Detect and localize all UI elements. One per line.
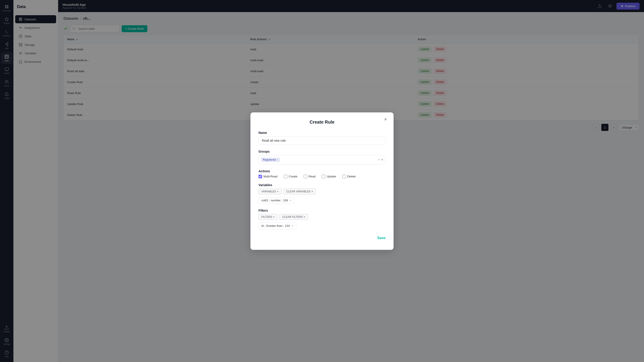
action-label-read: Read [308,175,316,178]
actions-field-group: Actions Multi-Read Create Read Update De… [258,169,386,178]
checkbox-read[interactable] [304,175,307,178]
actions-row: Multi-Read Create Read Update Delete [258,175,386,178]
clear-variables-label: CLEAR VARIABLES [286,190,310,193]
variables-buttons: VARIABLES + CLEAR VARIABLES × [258,189,386,194]
name-label: Name [258,131,386,134]
action-delete[interactable]: Delete [342,175,356,178]
save-label: Save [377,236,386,240]
add-filters-label: FILTERS [262,215,272,219]
checkbox-multi_read[interactable] [258,175,262,178]
action-label-multi_read: Multi-Read [264,175,278,178]
groups-expand-icon[interactable]: ▾ [381,158,383,162]
action-update[interactable]: Update [322,175,336,178]
action-read[interactable]: Read [304,175,316,178]
modal-overlay[interactable]: × Create Rule Name Groups Registered × ×… [0,0,644,362]
action-label-update: Update [327,175,336,178]
name-field-group: Name [258,131,386,145]
variables-field-group: Variables VARIABLES + CLEAR VARIABLES × … [258,183,386,204]
variable-tags-container: col01 ; number ; 108× [258,197,386,204]
modal-close-button[interactable]: × [382,116,389,123]
filter-tag-value: id ; Greater than ; 134 [262,224,290,228]
add-filters-button[interactable]: FILTERS + [258,214,278,220]
checkbox-create[interactable] [284,175,287,178]
filters-buttons: FILTERS + CLEAR FILTERS × [258,214,386,220]
add-variables-icon: + [277,190,278,193]
checkbox-delete[interactable] [342,175,346,178]
action-label-create: Create [289,175,298,178]
groups-field-group: Groups Registered × × ▾ [258,150,386,164]
action-label-delete: Delete [347,175,356,178]
checkbox-update[interactable] [322,175,325,178]
variable-tag-close[interactable]: × [290,199,292,202]
clear-filters-button[interactable]: CLEAR FILTERS × [279,214,308,220]
clear-variables-icon: × [312,190,313,193]
actions-label: Actions [258,169,386,173]
variable-tag: col01 ; number ; 108× [258,197,294,204]
variables-label: Variables [258,183,386,187]
groups-field-actions: × ▾ [378,158,383,162]
variable-tag-value: col01 ; number ; 108 [262,199,288,202]
group-tag-label: Registered [263,158,276,161]
filters-label: Filters [258,209,386,212]
group-tag-close[interactable]: × [277,158,278,161]
save-button[interactable]: Save [377,234,386,242]
modal-title: Create Rule [258,120,386,125]
groups-field[interactable]: Registered × × ▾ [258,155,386,164]
filter-tag: id ; Greater than ; 134× [258,223,296,229]
filters-field-group: Filters FILTERS + CLEAR FILTERS × id ; G… [258,209,386,229]
rule-name-input[interactable] [258,136,386,145]
groups-clear-icon[interactable]: × [378,158,380,162]
clear-filters-icon: × [304,215,305,219]
action-create[interactable]: Create [284,175,298,178]
action-multi_read[interactable]: Multi-Read [258,175,278,178]
clear-variables-button[interactable]: CLEAR VARIABLES × [283,189,316,194]
add-variables-label: VARIABLES [262,190,276,193]
filter-tag-close[interactable]: × [291,224,293,228]
clear-filters-label: CLEAR FILTERS [282,215,303,219]
filter-tags-container: id ; Greater than ; 134× [258,223,386,229]
group-tag-registered: Registered × [261,158,280,162]
groups-label: Groups [258,150,386,153]
add-variables-button[interactable]: VARIABLES + [258,189,282,194]
create-rule-modal: × Create Rule Name Groups Registered × ×… [250,112,394,250]
add-filters-icon: + [273,215,274,219]
